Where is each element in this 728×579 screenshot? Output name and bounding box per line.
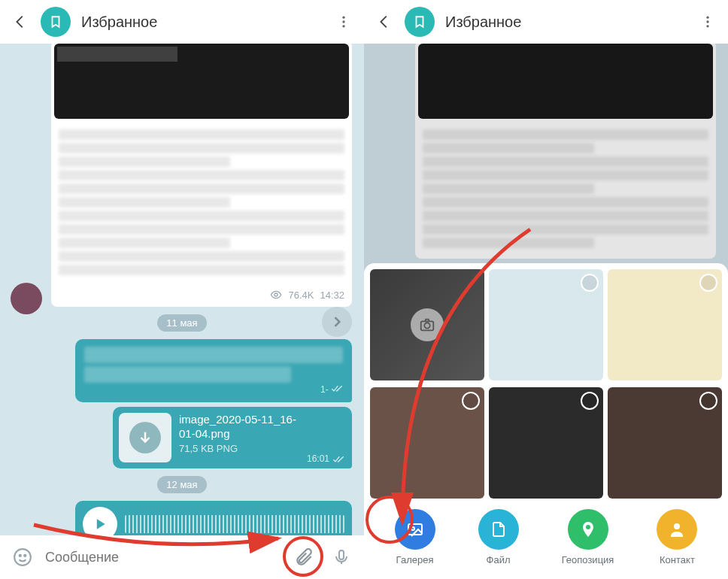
message-input[interactable] <box>45 550 281 565</box>
sender-avatar[interactable] <box>11 283 42 314</box>
attachment-actions: Галерея Файл Геопозиция Контакт <box>370 500 722 573</box>
select-checkbox[interactable] <box>581 392 599 410</box>
attach-label: Контакт <box>657 554 697 565</box>
chevron-right-icon <box>329 314 344 329</box>
chat-header: Избранное <box>364 0 728 44</box>
waveform[interactable] <box>125 515 344 533</box>
attach-label: Галерея <box>395 554 435 565</box>
file-icon <box>490 520 508 538</box>
chat-title[interactable]: Избранное <box>445 14 695 31</box>
location-icon <box>579 520 597 538</box>
svg-point-12 <box>424 323 429 328</box>
attach-label: Файл <box>478 554 519 565</box>
attach-gallery-button[interactable]: Галерея <box>395 509 435 565</box>
saved-messages-avatar[interactable] <box>41 7 71 37</box>
back-button[interactable] <box>372 9 397 35</box>
play-button[interactable] <box>83 507 117 535</box>
screenshot-left: Избранное 76.4K 14:32 <box>0 0 364 579</box>
bookmark-icon <box>49 15 62 29</box>
gallery-thumbnail[interactable] <box>489 269 603 380</box>
file-thumbnail <box>119 413 171 462</box>
post-media <box>418 44 713 119</box>
svg-rect-7 <box>339 550 344 559</box>
forwarded-post <box>415 44 716 259</box>
download-button[interactable] <box>129 422 161 453</box>
post-text-blurred <box>51 119 352 286</box>
gallery-thumbnail[interactable] <box>489 387 603 499</box>
svg-point-15 <box>674 523 680 529</box>
svg-point-5 <box>20 555 21 556</box>
image-icon <box>406 520 424 538</box>
svg-point-9 <box>706 20 708 23</box>
gallery-thumbnail[interactable] <box>608 387 722 499</box>
forwarded-post[interactable]: 76.4K 14:32 <box>51 44 352 307</box>
file-size: 71,5 KB PNG <box>179 443 296 455</box>
post-time: 14:32 <box>320 290 344 301</box>
chat-title[interactable]: Избранное <box>81 14 331 31</box>
select-checkbox[interactable] <box>699 392 717 410</box>
svg-point-1 <box>342 20 344 23</box>
more-menu-button[interactable] <box>695 9 720 35</box>
arrow-left-icon <box>376 14 393 30</box>
smile-icon <box>13 547 32 567</box>
double-check-icon <box>332 455 344 463</box>
more-menu-button[interactable] <box>331 9 356 35</box>
voice-record-button[interactable] <box>326 542 356 572</box>
file-name-line1: image_2020-05-11_16- <box>179 413 296 427</box>
post-text-blurred <box>415 119 716 259</box>
bookmark-icon <box>413 15 426 29</box>
saved-messages-avatar[interactable] <box>405 7 435 37</box>
voice-message-out[interactable]: 00:09 06:14 <box>75 501 352 535</box>
post-views: 76.4K <box>288 290 314 301</box>
person-icon <box>668 520 686 538</box>
views-icon <box>270 289 282 301</box>
chat-messages: 76.4K 14:32 11 мая 1- image_2020-05-11_1… <box>0 44 364 535</box>
camera-button[interactable] <box>411 308 444 341</box>
more-vertical-icon <box>336 14 351 29</box>
file-message-out[interactable]: image_2020-05-11_16- 01-04.png 71,5 KB P… <box>113 407 352 468</box>
double-check-icon <box>331 384 343 393</box>
attach-file-button[interactable]: Файл <box>478 509 519 565</box>
file-time-value: 16:01 <box>307 453 329 464</box>
attach-contact-button[interactable]: Контакт <box>657 509 697 565</box>
paperclip-icon <box>294 547 314 567</box>
attach-button[interactable] <box>289 542 319 572</box>
select-checkbox[interactable] <box>581 274 599 292</box>
arrow-left-icon <box>12 14 29 30</box>
emoji-button[interactable] <box>8 542 38 572</box>
microphone-icon <box>332 548 350 566</box>
date-separator: 11 мая <box>157 314 206 332</box>
play-icon <box>93 517 108 532</box>
svg-point-10 <box>706 25 708 27</box>
camera-tile[interactable] <box>370 269 484 380</box>
post-media <box>54 44 349 119</box>
camera-icon <box>419 317 435 333</box>
svg-point-14 <box>411 527 414 530</box>
chat-header: Избранное <box>0 0 364 44</box>
back-button[interactable] <box>8 9 33 35</box>
select-checkbox[interactable] <box>462 392 480 410</box>
gallery-thumbnail[interactable] <box>608 269 722 380</box>
gallery-grid <box>370 269 722 500</box>
download-icon <box>137 429 153 446</box>
attach-location-button[interactable]: Геопозиция <box>562 509 614 565</box>
svg-point-8 <box>706 17 708 19</box>
svg-point-2 <box>342 25 344 27</box>
svg-point-0 <box>342 17 344 19</box>
message-time-partial: 1- <box>320 384 329 395</box>
message-input-bar <box>0 535 364 579</box>
screenshot-right: Избранное <box>364 0 728 579</box>
more-vertical-icon <box>700 14 715 29</box>
attach-label: Геопозиция <box>562 554 614 565</box>
svg-point-3 <box>275 293 278 296</box>
svg-point-6 <box>24 555 26 556</box>
scroll-to-bottom-button[interactable] <box>322 307 352 337</box>
file-name-line2: 01-04.png <box>179 427 296 441</box>
attachment-sheet: Галерея Файл Геопозиция Контакт <box>364 263 728 579</box>
svg-point-4 <box>14 549 31 565</box>
text-message-out[interactable]: 1- <box>75 339 352 402</box>
date-separator: 12 мая <box>157 476 206 493</box>
gallery-thumbnail[interactable] <box>370 387 484 499</box>
select-checkbox[interactable] <box>699 274 717 292</box>
